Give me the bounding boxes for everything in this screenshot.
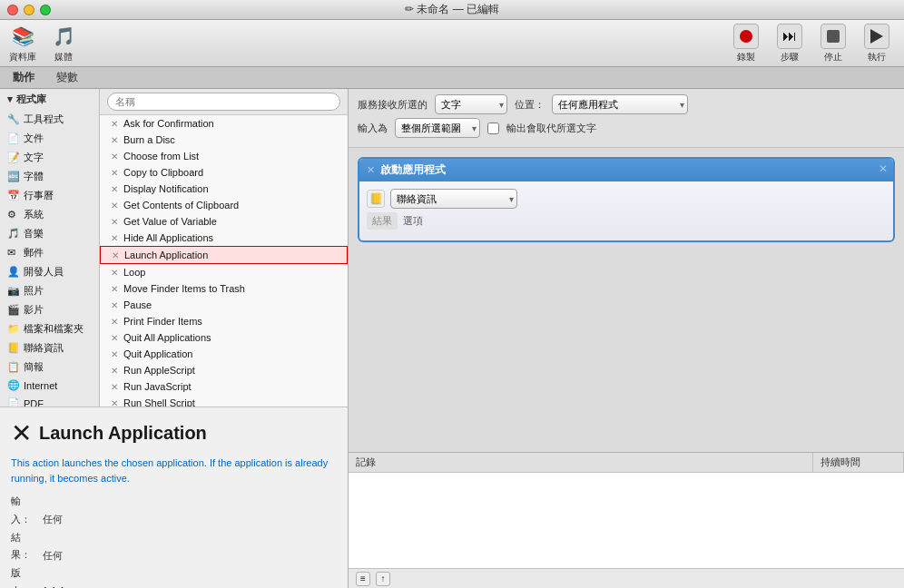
- close-button[interactable]: [7, 5, 18, 15]
- action-get-contents[interactable]: ✕ Get Contents of Clipboard: [100, 197, 348, 213]
- x-icon-launch: ✕: [112, 250, 119, 260]
- cat-pdf-label: PDF: [24, 398, 44, 407]
- action-print[interactable]: ✕ Print Finder Items: [100, 313, 348, 329]
- service-select[interactable]: 文字: [435, 94, 507, 114]
- action-get-value[interactable]: ✕ Get Value of Variable: [100, 213, 348, 230]
- run-label: 執行: [868, 51, 886, 64]
- cat-pdf[interactable]: 📄 PDF: [0, 395, 99, 407]
- action-pause[interactable]: ✕ Pause: [100, 297, 348, 313]
- run-icon: [864, 24, 889, 49]
- toolbar: 📚 資料庫 🎵 媒體 錄製 ⏭ 步驟 停止 執行: [0, 20, 904, 67]
- action-run-shell[interactable]: ✕ Run Shell Script: [100, 395, 348, 407]
- cat-calendar[interactable]: 📅 行事曆: [0, 186, 99, 205]
- block-close-button[interactable]: ✕: [879, 162, 888, 175]
- action-quit-all[interactable]: ✕ Quit All Applications: [100, 329, 348, 346]
- text-icon: 📝: [7, 152, 20, 164]
- cat-dev[interactable]: 👤 開發人員: [0, 262, 99, 281]
- cat-system[interactable]: ⚙ 系統: [0, 205, 99, 224]
- action-ask-confirm[interactable]: ✕ Ask for Confirmation: [100, 115, 348, 132]
- action-hide-all[interactable]: ✕ Hide All Applications: [100, 230, 348, 246]
- x-icon-get-contents: ✕: [111, 201, 118, 211]
- cat-files[interactable]: 📄 文件: [0, 129, 99, 148]
- x-icon-burn: ✕: [111, 135, 118, 145]
- library-header-label: 程式庫: [16, 93, 46, 106]
- triangle-icon: ▾: [7, 93, 13, 105]
- action-get-value-label: Get Value of Variable: [123, 216, 217, 227]
- cat-mail[interactable]: ✉ 郵件: [0, 243, 99, 262]
- info-result-label: 結果：: [11, 529, 40, 565]
- record-icon: [733, 24, 759, 49]
- window-controls[interactable]: [7, 5, 51, 15]
- options-label[interactable]: 選項: [403, 214, 423, 228]
- toolbar-library[interactable]: 📚 資料庫: [9, 24, 36, 64]
- cat-notes[interactable]: 📋 簡報: [0, 358, 99, 377]
- x-icon-run-js: ✕: [111, 382, 118, 392]
- cat-internet[interactable]: 🌐 Internet: [0, 377, 99, 395]
- action-launch-app[interactable]: ✕ Launch Application: [100, 246, 348, 264]
- location-label: 位置：: [515, 98, 545, 112]
- log-share-icon[interactable]: ↑: [376, 572, 390, 586]
- run-button[interactable]: 執行: [859, 24, 895, 64]
- action-quit-app[interactable]: ✕ Quit Application: [100, 346, 348, 362]
- x-icon-ask: ✕: [111, 119, 118, 129]
- cat-text[interactable]: 📝 文字: [0, 148, 99, 167]
- record-button[interactable]: 錄製: [728, 24, 764, 64]
- cat-music[interactable]: 🎵 音樂: [0, 224, 99, 243]
- stop-button[interactable]: 停止: [815, 24, 851, 64]
- input-select-wrapper: 整個所選範圍: [395, 118, 480, 138]
- info-meta: 輸入： 任何 結果： 任何 版本： 1.1.1 版權： Copyright © …: [11, 493, 337, 588]
- info-result-value: 任何: [43, 549, 63, 560]
- log-col-duration: 持續時間: [813, 453, 904, 472]
- log-list-icon[interactable]: ≡: [356, 572, 370, 586]
- cat-system-label: 系統: [24, 208, 44, 221]
- media-label: 媒體: [54, 51, 73, 64]
- action-run-js[interactable]: ✕ Run JavaScript: [100, 378, 348, 395]
- maximize-button[interactable]: [40, 5, 51, 15]
- input-select[interactable]: 整個所選範圍: [395, 118, 480, 138]
- action-quit-app-label: Quit Application: [123, 348, 192, 359]
- action-get-contents-label: Get Contents of Clipboard: [123, 200, 239, 211]
- x-icon-copy: ✕: [111, 168, 118, 178]
- action-burn-disc[interactable]: ✕ Burn a Disc: [100, 132, 348, 148]
- block-app-select[interactable]: 聯絡資訊: [390, 189, 517, 209]
- calendar-icon: 📅: [7, 190, 20, 202]
- stop-label: 停止: [824, 51, 842, 64]
- search-input[interactable]: [107, 93, 340, 111]
- location-select[interactable]: 任何應用程式: [552, 94, 688, 114]
- x-icon-hide: ✕: [111, 233, 118, 243]
- block-result-row: 結果 選項: [367, 212, 886, 230]
- finder-icon: 📁: [7, 323, 20, 336]
- info-panel: ✕ Launch Application This action launche…: [0, 407, 348, 588]
- action-run-apple[interactable]: ✕ Run AppleScript: [100, 362, 348, 378]
- action-list: ✕ Ask for Confirmation ✕ Burn a Disc ✕ C…: [100, 89, 348, 407]
- x-icon-run-apple: ✕: [111, 366, 118, 376]
- tab-actions[interactable]: 動作: [7, 68, 40, 87]
- library-header: ▾ 程式庫: [0, 89, 99, 110]
- info-input-row: 輸入： 任何: [11, 493, 337, 529]
- action-copy-clip[interactable]: ✕ Copy to Clipboard: [100, 164, 348, 181]
- minimize-button[interactable]: [24, 5, 34, 15]
- x-icon-choose: ✕: [111, 152, 118, 162]
- x-icon-pause: ✕: [111, 300, 118, 310]
- cat-contacts[interactable]: 📒 聯絡資訊: [0, 338, 99, 358]
- toolbar-media[interactable]: 🎵 媒體: [51, 24, 76, 64]
- output-checkbox[interactable]: [487, 122, 499, 134]
- action-run-shell-label: Run Shell Script: [123, 397, 195, 407]
- x-icon-display: ✕: [111, 184, 118, 194]
- output-label: 輸出會取代所選文字: [506, 122, 596, 135]
- cat-fonts[interactable]: 🔤 字體: [0, 167, 99, 186]
- step-button[interactable]: ⏭ 步驟: [771, 24, 808, 64]
- action-pause-label: Pause: [123, 299, 152, 310]
- tools-icon: 🔧: [7, 113, 20, 126]
- cat-tools[interactable]: 🔧 工具程式: [0, 110, 99, 129]
- tab-variables[interactable]: 變數: [51, 68, 84, 87]
- cat-photos[interactable]: 📷 照片: [0, 281, 99, 300]
- left-panel: ▾ 程式庫 🔧 工具程式 📄 文件 📝 文字 🔤 字體: [0, 89, 349, 588]
- action-loop[interactable]: ✕ Loop: [100, 264, 348, 280]
- cat-finder[interactable]: 📁 檔案和檔案夾: [0, 319, 99, 338]
- action-display-notif[interactable]: ✕ Display Notification: [100, 181, 348, 197]
- cat-movies[interactable]: 🎬 影片: [0, 300, 99, 319]
- log-bottom: ≡ ↑: [349, 568, 904, 588]
- action-choose-list[interactable]: ✕ Choose from List: [100, 148, 348, 164]
- action-move-trash[interactable]: ✕ Move Finder Items to Trash: [100, 280, 348, 297]
